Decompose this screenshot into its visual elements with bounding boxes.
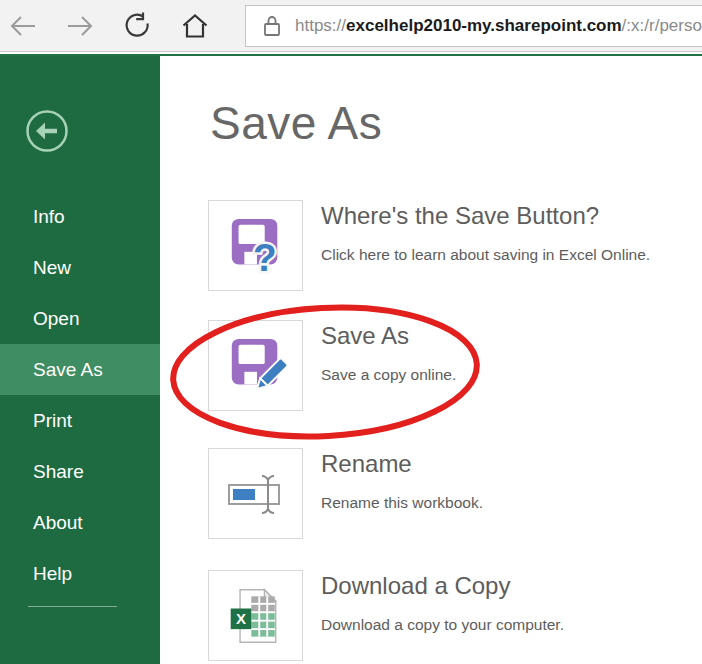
option-subtitle: Click here to learn about saving in Exce… <box>321 246 650 264</box>
sidebar-item-info[interactable]: Info <box>0 191 160 242</box>
browser-refresh-button[interactable] <box>120 10 154 42</box>
browser-home-button[interactable] <box>178 10 212 42</box>
forward-arrow-icon <box>65 11 95 41</box>
sidebar-item-open[interactable]: Open <box>0 293 160 344</box>
floppy-question-icon: ? <box>225 215 287 277</box>
backstage-main: Save As ? Where's the Save Button? Click… <box>160 56 702 664</box>
option-icon-box: ? <box>208 200 303 291</box>
sidebar-item-about[interactable]: About <box>0 497 160 548</box>
option-text: Download a Copy Download a copy to your … <box>321 570 564 661</box>
browser-toolbar: https://excelhelp2010-my.sharepoint.com/… <box>0 0 702 52</box>
option-subtitle: Download a copy to your computer. <box>321 616 564 634</box>
sidebar-item-share[interactable]: Share <box>0 446 160 497</box>
lock-icon <box>262 14 282 38</box>
sidebar-item-new[interactable]: New <box>0 242 160 293</box>
backstage: Info New Open Save As Print Share About … <box>0 56 702 664</box>
url-text: https://excelhelp2010-my.sharepoint.com/… <box>295 16 702 36</box>
url-scheme: https:// <box>295 16 346 35</box>
address-bar[interactable]: https://excelhelp2010-my.sharepoint.com/… <box>245 5 702 47</box>
option-icon-box <box>208 448 303 539</box>
option-title: Where's the Save Button? <box>321 202 650 230</box>
back-arrow-icon <box>8 11 38 41</box>
browser-back-button[interactable] <box>6 10 40 42</box>
option-download-a-copy[interactable]: X Download a Copy Download a copy to you… <box>208 570 564 661</box>
sidebar-divider <box>28 606 117 607</box>
rename-icon <box>224 462 288 526</box>
excel-online-backstage-window: https://excelhelp2010-my.sharepoint.com/… <box>0 0 702 664</box>
refresh-icon <box>122 11 152 41</box>
floppy-pencil-icon <box>225 335 287 397</box>
backstage-sidebar: Info New Open Save As Print Share About … <box>0 56 160 664</box>
option-wheres-the-save-button[interactable]: ? Where's the Save Button? Click here to… <box>208 200 650 291</box>
option-subtitle: Rename this workbook. <box>321 494 483 512</box>
backstage-menu: Info New Open Save As Print Share About … <box>0 191 160 599</box>
browser-forward-button[interactable] <box>63 10 97 42</box>
back-circle-icon <box>25 109 69 153</box>
url-path: /:x:/r/persona <box>622 16 702 35</box>
svg-text:?: ? <box>252 236 276 277</box>
option-title: Save As <box>321 322 456 350</box>
option-icon-box: X <box>208 570 303 661</box>
home-icon <box>180 11 210 41</box>
option-text: Save As Save a copy online. <box>321 320 456 411</box>
sidebar-item-print[interactable]: Print <box>0 395 160 446</box>
option-text: Where's the Save Button? Click here to l… <box>321 200 650 291</box>
option-text: Rename Rename this workbook. <box>321 448 483 539</box>
option-rename[interactable]: Rename Rename this workbook. <box>208 448 483 539</box>
excel-workbook-icon: X <box>226 585 286 647</box>
page-title: Save As <box>210 96 382 150</box>
option-subtitle: Save a copy online. <box>321 366 456 384</box>
option-title: Rename <box>321 450 483 478</box>
sidebar-item-help[interactable]: Help <box>0 548 160 599</box>
backstage-back-button[interactable] <box>25 109 69 153</box>
sidebar-item-save-as[interactable]: Save As <box>0 344 160 395</box>
option-save-as[interactable]: Save As Save a copy online. <box>208 320 456 411</box>
option-title: Download a Copy <box>321 572 564 600</box>
url-domain: excelhelp2010-my.sharepoint.com <box>346 16 622 35</box>
svg-text:X: X <box>235 610 245 627</box>
option-icon-box <box>208 320 303 411</box>
